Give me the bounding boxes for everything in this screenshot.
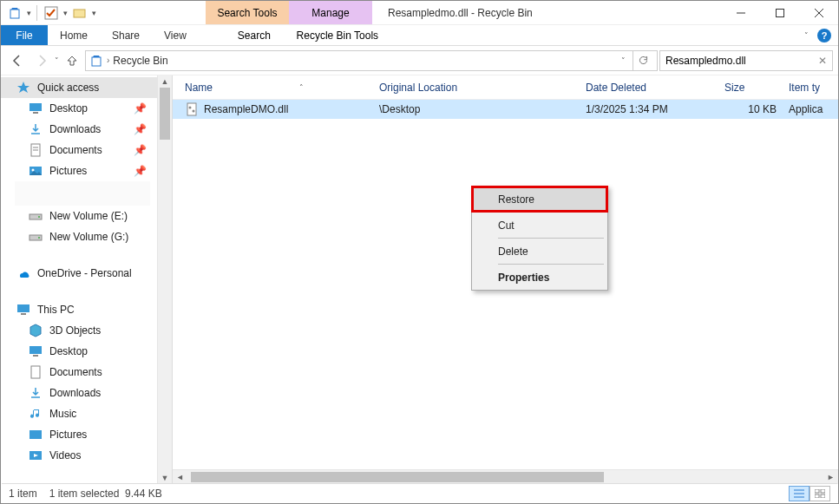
- ribbon: File Home Share View Search Recycle Bin …: [1, 25, 838, 46]
- sidebar-item-pc-videos[interactable]: Videos: [1, 445, 157, 466]
- status-item-count: 1 item: [9, 488, 37, 500]
- maximize-button[interactable]: [760, 1, 799, 24]
- sidebar-item-label: New Volume (G:): [49, 231, 128, 243]
- ribbon-collapse-icon[interactable]: ˅: [804, 31, 809, 40]
- scroll-up-arrow[interactable]: ▲: [158, 75, 172, 88]
- context-menu-cut[interactable]: Cut: [472, 213, 607, 238]
- sidebar-item-pc-pictures[interactable]: Pictures: [1, 424, 157, 445]
- sidebar-item-pc-downloads[interactable]: Downloads: [1, 383, 157, 403]
- scroll-down-arrow[interactable]: ▼: [158, 472, 172, 484]
- pin-icon[interactable]: 📌: [134, 144, 147, 156]
- column-label: Size: [724, 82, 744, 94]
- scrollbar-thumb[interactable]: [191, 472, 604, 482]
- sidebar-item-pc-music[interactable]: Music: [1, 403, 157, 424]
- sidebar-item-documents[interactable]: Documents 📌: [1, 140, 157, 160]
- svg-rect-24: [29, 430, 42, 439]
- sidebar-item-label: This PC: [37, 304, 75, 316]
- context-tab-manage[interactable]: Manage: [289, 1, 372, 24]
- svg-point-28: [193, 110, 195, 113]
- address-bar[interactable]: › Recycle Bin ˅: [85, 50, 658, 71]
- search-subtab[interactable]: Search: [213, 25, 296, 45]
- sidebar-item-quick-access[interactable]: Quick access: [1, 77, 157, 98]
- new-folder-icon[interactable]: [71, 4, 88, 22]
- address-dropdown-icon[interactable]: ˅: [621, 56, 626, 65]
- sidebar-item-pc-documents[interactable]: Documents: [1, 362, 157, 383]
- column-label: Original Location: [379, 82, 457, 94]
- recycle-bin-tools-subtab[interactable]: Recycle Bin Tools: [296, 25, 379, 45]
- properties-checkbox-icon[interactable]: [43, 4, 60, 22]
- documents-icon: [29, 143, 43, 157]
- svg-rect-4: [776, 9, 783, 16]
- sidebar-item-label: Music: [49, 408, 76, 420]
- pictures-icon: [29, 164, 43, 178]
- column-original-location[interactable]: Original Location: [379, 75, 586, 99]
- qat-customize-icon[interactable]: ▾: [92, 9, 96, 17]
- window-title: Resampledmo.dll - Recycle Bin: [372, 1, 721, 24]
- sidebar-item-volume-g[interactable]: New Volume (G:): [1, 226, 157, 247]
- sidebar-item-pc-desktop[interactable]: Desktop: [1, 341, 157, 362]
- pin-icon[interactable]: 📌: [134, 123, 147, 135]
- scrollbar-thumb[interactable]: [160, 88, 170, 140]
- svg-rect-22: [33, 355, 38, 357]
- sidebar-item-onedrive[interactable]: OneDrive - Personal: [1, 263, 157, 284]
- sidebar-item-downloads[interactable]: Downloads 📌: [1, 119, 157, 140]
- view-tab[interactable]: View: [152, 25, 199, 45]
- column-headers: Name ˄ Original Location Date Deleted Si…: [173, 75, 838, 100]
- cube-icon: [29, 324, 43, 337]
- breadcrumb-location[interactable]: Recycle Bin: [113, 55, 167, 67]
- home-tab[interactable]: Home: [48, 25, 100, 45]
- sidebar-item-label: 3D Objects: [49, 324, 101, 337]
- column-date-deleted[interactable]: Date Deleted: [586, 75, 724, 99]
- search-input[interactable]: [665, 55, 827, 67]
- context-menu-properties[interactable]: Properties: [472, 265, 607, 290]
- svg-rect-8: [29, 103, 42, 111]
- file-row[interactable]: ResampleDMO.dll \Desktop 1/3/2025 1:34 P…: [173, 100, 838, 119]
- file-tab[interactable]: File: [1, 25, 48, 45]
- column-label: Name: [185, 82, 213, 94]
- sidebar-item-label: Quick access: [37, 82, 99, 94]
- contextual-tabs: Search Tools Manage: [206, 1, 372, 24]
- forward-button[interactable]: [30, 49, 53, 72]
- qat-dropdown-icon[interactable]: ▾: [63, 9, 68, 17]
- svg-rect-0: [10, 10, 19, 18]
- horizontal-scrollbar[interactable]: ◄ ►: [173, 469, 838, 484]
- sidebar-item-label: OneDrive - Personal: [37, 267, 132, 279]
- close-button[interactable]: [799, 1, 838, 24]
- chevron-right-icon[interactable]: ›: [107, 56, 109, 65]
- refresh-button[interactable]: [633, 50, 653, 71]
- search-box[interactable]: ✕: [659, 50, 833, 71]
- pin-icon[interactable]: 📌: [134, 102, 147, 115]
- thumbnails-view-button[interactable]: [810, 486, 830, 501]
- sidebar-item-volume-e[interactable]: New Volume (E:): [1, 206, 157, 226]
- column-size[interactable]: Size: [724, 75, 789, 99]
- svg-rect-32: [815, 489, 819, 493]
- up-button[interactable]: [61, 49, 83, 72]
- context-menu-delete[interactable]: Delete: [472, 239, 607, 264]
- sidebar-item-3d-objects[interactable]: 3D Objects: [1, 320, 157, 341]
- file-type-cell: Applica: [789, 103, 838, 115]
- back-button[interactable]: [6, 49, 29, 72]
- history-dropdown-icon[interactable]: ˅: [55, 56, 59, 65]
- pin-icon[interactable]: 📌: [134, 165, 147, 177]
- clear-search-icon[interactable]: ✕: [818, 55, 827, 67]
- column-name[interactable]: Name ˄: [185, 75, 379, 99]
- details-view-button[interactable]: [789, 486, 810, 501]
- file-size-cell: 10 KB: [724, 103, 789, 115]
- context-tab-search-tools[interactable]: Search Tools: [206, 1, 289, 24]
- scroll-right-arrow[interactable]: ►: [823, 473, 838, 481]
- context-menu-restore[interactable]: Restore: [472, 187, 607, 212]
- qat-dropdown-icon[interactable]: ▾: [27, 9, 31, 17]
- minimize-button[interactable]: [721, 1, 760, 24]
- share-tab[interactable]: Share: [100, 25, 152, 45]
- scroll-left-arrow[interactable]: ◄: [173, 473, 187, 481]
- sidebar-item-this-pc[interactable]: This PC: [1, 299, 157, 320]
- file-name-cell: ResampleDMO.dll: [185, 102, 379, 116]
- sidebar-scrollbar[interactable]: ▲ ▼: [157, 75, 172, 484]
- dll-file-icon: [185, 102, 199, 116]
- sidebar-item-desktop[interactable]: Desktop 📌: [1, 98, 157, 119]
- scrollbar-track[interactable]: [187, 470, 823, 484]
- help-icon[interactable]: ?: [817, 29, 831, 43]
- column-item-type[interactable]: Item ty: [789, 75, 838, 99]
- sidebar-item-pictures[interactable]: Pictures 📌: [1, 160, 157, 181]
- main-area: Quick access Desktop 📌 Downloads 📌 Docum…: [1, 75, 838, 484]
